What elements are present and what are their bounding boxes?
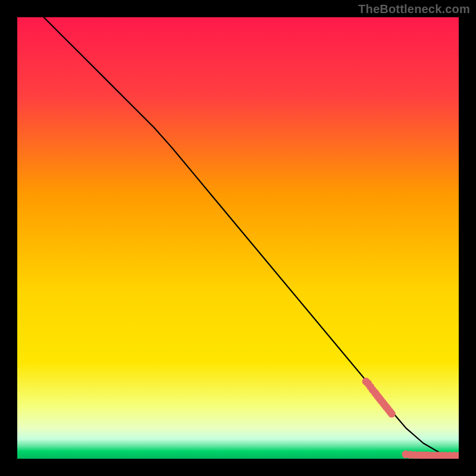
gradient-background xyxy=(17,17,459,459)
plot-svg xyxy=(17,17,459,459)
watermark-label: TheBottleneck.com xyxy=(358,2,470,16)
plot-area xyxy=(17,17,459,459)
data-point xyxy=(388,410,396,418)
chart-frame: TheBottleneck.com xyxy=(0,0,476,476)
